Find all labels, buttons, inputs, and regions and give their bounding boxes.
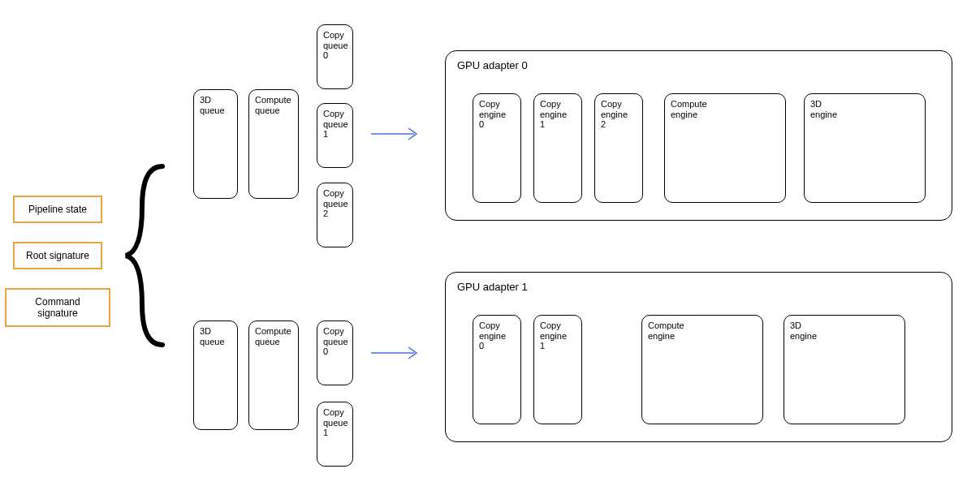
queue-copy1-bottom-label: Copyqueue1 [323,407,347,438]
engine-copy2-a0: Copyengine2 [594,93,643,203]
queue-copy0-bottom-label: Copyqueue0 [323,326,347,357]
engine-copy1-a0: Copyengine1 [533,93,582,203]
engine-copy0-a0: Copyengine0 [473,93,521,203]
engine-3d-a1-label: 3Dengine [790,320,899,341]
queue-copy0-top: Copyqueue0 [317,24,353,89]
engine-3d-a1: 3Dengine [784,315,905,424]
gpu-adapter-1-title: GPU adapter 1 [457,281,940,293]
queue-compute-bottom-label: Computequeue [255,326,292,346]
queue-copy1-top-label: Copyqueue1 [323,109,347,140]
gpu-adapter-0-title: GPU adapter 0 [457,59,940,71]
engine-copy2-a0-label: Copyengine2 [601,99,637,130]
command-signature-box: Command signature [5,288,110,327]
engine-copy1-a1-label: Copyengine1 [540,320,576,351]
queue-3d-top: 3Dqueue [193,89,238,199]
arrow-bottom-icon [369,345,426,361]
queue-copy2-top: Copyqueue2 [317,183,353,247]
queue-3d-bottom-label: 3Dqueue [200,326,231,346]
command-signature-label: Command signature [35,296,80,319]
engine-compute-a0: Computeengine [664,93,786,203]
engine-compute-a0-label: Computeengine [671,99,779,119]
engine-3d-a0: 3Dengine [804,93,926,203]
arrow-top-icon [369,126,426,142]
queue-3d-top-label: 3Dqueue [200,95,231,115]
engine-copy0-a1: Copyengine0 [473,315,521,424]
queue-compute-top-label: Computequeue [255,95,292,115]
pipeline-state-label: Pipeline state [28,204,87,215]
curly-brace-icon [122,162,171,349]
engine-copy1-a1: Copyengine1 [533,315,582,424]
root-signature-box: Root signature [13,242,102,269]
engine-3d-a0-label: 3Dengine [810,99,919,119]
queue-compute-top: Computequeue [248,89,299,199]
queue-compute-bottom: Computequeue [248,320,299,430]
queue-copy1-top: Copyqueue1 [317,103,353,168]
root-signature-label: Root signature [26,250,89,261]
queue-3d-bottom: 3Dqueue [193,320,238,430]
engine-compute-a1: Computeengine [641,315,763,424]
engine-copy1-a0-label: Copyengine1 [540,99,576,130]
engine-copy0-a0-label: Copyengine0 [479,99,515,130]
queue-copy0-top-label: Copyqueue0 [323,30,347,61]
queue-copy1-bottom: Copyqueue1 [317,402,353,467]
engine-copy0-a1-label: Copyengine0 [479,320,515,351]
queue-copy2-top-label: Copyqueue2 [323,188,347,219]
queue-copy0-bottom: Copyqueue0 [317,320,353,385]
pipeline-state-box: Pipeline state [13,196,102,223]
engine-compute-a1-label: Computeengine [648,320,757,341]
